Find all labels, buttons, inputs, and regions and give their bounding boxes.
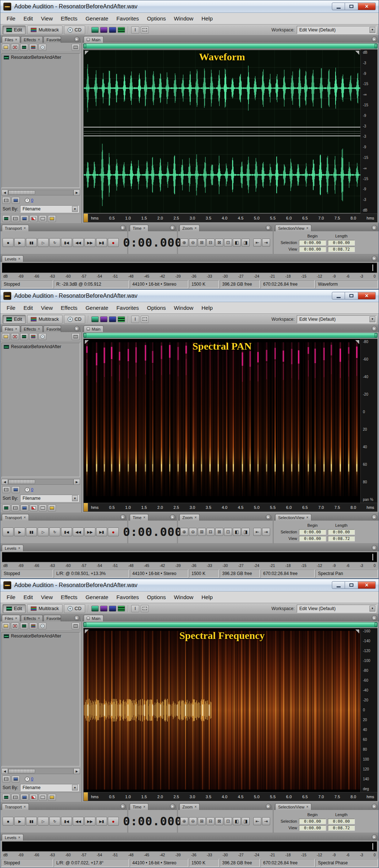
waveform-display-icon[interactable] <box>91 316 99 322</box>
selection-begin-value[interactable]: 0:00.00 <box>299 240 326 245</box>
zoom-button[interactable]: ◨ <box>242 528 250 536</box>
close-tab-icon[interactable]: × <box>143 805 145 809</box>
vertical-scale[interactable]: dB-3-9-15-∞-15-9-3-3-9-15-∞-15-9-3dB <box>360 50 377 213</box>
show-markers-button[interactable] <box>39 794 47 801</box>
menu-item[interactable]: File <box>3 302 19 313</box>
panel-menu-icon[interactable]: ▶ <box>170 804 175 809</box>
tab-files[interactable]: Files× <box>2 326 20 332</box>
menu-item[interactable]: Edit <box>19 302 37 313</box>
fast-forward-button[interactable]: ▶▶ <box>84 528 95 536</box>
timeline-ruler[interactable]: hms0.51.01.52.02.53.03.54.04.55.05.56.06… <box>83 503 378 512</box>
timeline-ruler[interactable]: hms0.51.01.52.02.53.03.54.04.55.05.56.06… <box>83 792 378 801</box>
vertical-scale[interactable]: -160-140-120-100-80-60-40-20020406080100… <box>360 628 377 792</box>
close-tab-icon[interactable]: × <box>38 38 40 42</box>
file-list[interactable]: ResonatorBeforeAndAfter <box>1 53 80 188</box>
tab-zoom[interactable]: Zoom× <box>179 225 200 231</box>
cd-view-button[interactable]: CD <box>64 604 85 613</box>
file-item[interactable]: ResonatorBeforeAndAfter <box>2 54 80 61</box>
selection-handle-icon[interactable] <box>355 629 359 633</box>
edit-view-button[interactable]: Edit <box>3 315 26 324</box>
play-button[interactable]: ▶ <box>14 528 25 536</box>
show-video-files-button[interactable] <box>20 505 29 511</box>
panel-menu-icon[interactable]: ▶ <box>74 615 80 621</box>
zoom-button[interactable]: ⊞ <box>198 528 206 536</box>
show-audio-files-button[interactable] <box>2 794 10 801</box>
zoom-button[interactable]: ◧ <box>233 528 241 536</box>
insert-into-cd-button[interactable] <box>38 623 46 629</box>
selection-handle-icon[interactable] <box>355 340 359 344</box>
zoom-button[interactable]: ⊡ <box>224 528 232 536</box>
panel-menu-icon[interactable]: ▶ <box>372 37 377 42</box>
range-bar-right-handle[interactable] <box>375 623 377 627</box>
panel-menu-icon[interactable]: ▶ <box>266 225 271 231</box>
show-recent-button[interactable] <box>48 505 56 511</box>
selection-length-value[interactable]: 0:00.00 <box>328 529 355 535</box>
tab-selection-view[interactable]: Selection/View× <box>275 803 311 810</box>
selection-length-value[interactable]: 0:00.00 <box>328 819 355 824</box>
stop-button[interactable]: ■ <box>3 817 14 826</box>
selection-length-value[interactable]: 0:00.00 <box>328 240 355 245</box>
marquee-selection-tool-icon[interactable] <box>141 605 149 612</box>
panel-menu-icon[interactable]: ▶ <box>170 514 175 520</box>
pause-button[interactable]: ▮▮ <box>26 238 37 247</box>
edit-view-button[interactable]: Edit <box>3 604 26 613</box>
zoom-button[interactable]: ⊡ <box>224 239 232 247</box>
tab-zoom[interactable]: Zoom× <box>179 803 200 810</box>
go-to-beginning-button[interactable]: ▮◀ <box>61 528 72 536</box>
time-selection-tool-icon[interactable]: I <box>131 316 139 323</box>
title-bar[interactable]: Adobe Audition - ResonatorBeforeAndAfter… <box>0 579 379 591</box>
scroll-left-icon[interactable]: ◀ <box>1 768 8 774</box>
close-tab-icon[interactable]: × <box>15 38 17 42</box>
show-audio-files-button[interactable] <box>2 215 10 222</box>
menu-item[interactable]: Favorites <box>112 591 143 603</box>
zoom-button[interactable]: ⊕ <box>180 239 188 247</box>
play-from-cursor-button[interactable]: ▷ <box>38 817 49 826</box>
waveform-display-icon[interactable] <box>91 27 99 33</box>
menu-item[interactable]: Window <box>170 13 197 24</box>
range-bar-left-handle[interactable] <box>84 44 86 48</box>
timeline-ruler[interactable]: hms0.51.01.52.02.53.03.54.04.55.05.56.06… <box>83 214 378 222</box>
files-options-button[interactable] <box>72 333 80 340</box>
loop-toggle-button[interactable] <box>2 776 10 783</box>
rewind-button[interactable]: ◀◀ <box>73 528 84 536</box>
cd-view-button[interactable]: CD <box>64 315 85 324</box>
menu-item[interactable]: Generate <box>82 302 113 313</box>
go-to-beginning-button[interactable]: ▮◀ <box>61 817 72 826</box>
selection-handle-icon[interactable] <box>85 629 89 633</box>
zoom-edge-button[interactable]: ⇥ <box>262 817 270 825</box>
show-loop-files-button[interactable] <box>11 794 19 801</box>
zoom-button[interactable]: ⊠ <box>215 239 223 247</box>
tab-transport[interactable]: Transport× <box>2 514 29 521</box>
close-tab-icon[interactable]: × <box>15 327 17 331</box>
tab-favorites[interactable]: Favorites <box>43 36 61 43</box>
play-from-cursor-button[interactable]: ▷ <box>38 528 49 536</box>
tab-zoom[interactable]: Zoom× <box>179 514 200 521</box>
files-options-button[interactable] <box>72 623 80 629</box>
file-list-scrollbar[interactable]: ◀ ▶ <box>1 189 80 196</box>
sort-by-dropdown[interactable]: Filename ▼ <box>20 205 79 213</box>
tab-main[interactable]: Main <box>84 326 103 332</box>
menu-item[interactable]: Window <box>170 302 197 313</box>
go-to-end-button[interactable]: ▶▮ <box>96 238 107 247</box>
maximize-button[interactable] <box>345 292 358 300</box>
panel-menu-icon[interactable]: ▶ <box>372 615 377 621</box>
tab-selection-view[interactable]: Selection/View× <box>275 225 311 231</box>
marquee-selection-tool-icon[interactable] <box>141 26 149 34</box>
close-button[interactable]: × <box>358 292 376 300</box>
scrollbar-track[interactable] <box>8 190 73 195</box>
show-markers-button[interactable] <box>39 215 47 222</box>
zoom-edge-button[interactable]: ⇥ <box>262 239 270 247</box>
tab-selection-view[interactable]: Selection/View× <box>275 514 311 521</box>
file-item[interactable]: ResonatorBeforeAndAfter <box>2 632 80 640</box>
close-tab-icon[interactable]: × <box>38 327 40 331</box>
loop-toggle-button[interactable] <box>2 486 10 493</box>
files-options-button[interactable] <box>72 44 80 51</box>
close-tab-icon[interactable]: × <box>18 257 20 261</box>
cd-view-button[interactable]: CD <box>64 26 85 34</box>
panel-menu-icon[interactable]: ▶ <box>120 804 126 809</box>
show-loop-files-button[interactable] <box>11 505 19 511</box>
rewind-button[interactable]: ◀◀ <box>73 817 84 826</box>
zoom-edge-button[interactable]: ⇤ <box>253 239 261 247</box>
close-button[interactable]: × <box>358 3 376 10</box>
go-to-beginning-button[interactable]: ▮◀ <box>61 238 72 247</box>
